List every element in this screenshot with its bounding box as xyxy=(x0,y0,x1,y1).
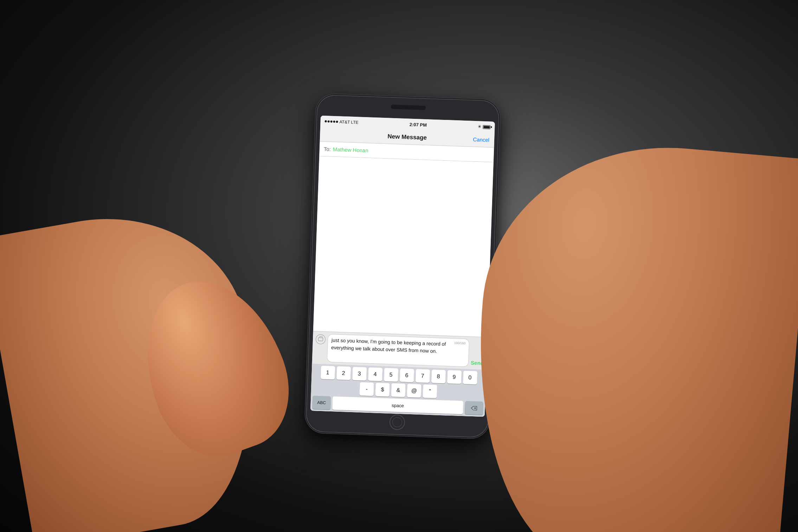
signal-dot-2 xyxy=(328,120,330,122)
key-4[interactable]: 4 xyxy=(368,367,382,381)
key-8[interactable]: 8 xyxy=(431,370,445,383)
message-text: just so you know, I'm going to be keepin… xyxy=(331,336,466,356)
signal-dot-1 xyxy=(325,120,327,122)
key-7[interactable]: 7 xyxy=(415,369,430,383)
key-6[interactable]: 6 xyxy=(399,368,414,382)
key-quote[interactable]: " xyxy=(423,384,437,398)
message-body xyxy=(313,156,494,337)
key-dollar[interactable]: $ xyxy=(375,383,390,396)
signal-dot-3 xyxy=(330,120,333,122)
phone-device: AT&T LTE 2:07 PM ✳ New Message Cancel To… xyxy=(305,94,500,438)
keyboard: 1 2 3 4 5 6 7 8 9 0 - $ xyxy=(310,364,486,417)
camera-icon xyxy=(318,337,323,341)
key-at[interactable]: @ xyxy=(407,384,421,397)
home-button-ring xyxy=(392,417,402,427)
key-abc[interactable]: ABC xyxy=(312,396,331,410)
status-left: AT&T LTE xyxy=(324,119,358,125)
key-3[interactable]: 3 xyxy=(352,367,366,380)
key-dash[interactable]: - xyxy=(359,382,374,396)
status-right: ✳ xyxy=(478,124,490,129)
key-2[interactable]: 2 xyxy=(336,366,351,380)
phone-speaker xyxy=(391,104,426,110)
char-count: 100/160 xyxy=(454,341,465,346)
phone-screen: AT&T LTE 2:07 PM ✳ New Message Cancel To… xyxy=(310,115,495,417)
recipient-name: Mathew Honan xyxy=(333,146,368,153)
compose-area: 100/160 just so you know, I'm going to b… xyxy=(310,331,488,417)
compose-row: 100/160 just so you know, I'm going to b… xyxy=(312,331,488,370)
key-0[interactable]: 0 xyxy=(463,371,477,384)
phone-wrapper: AT&T LTE 2:07 PM ✳ New Message Cancel To… xyxy=(305,94,500,438)
status-time: 2:07 PM xyxy=(410,121,427,127)
signal-dot-5 xyxy=(336,121,338,123)
cancel-button[interactable]: Cancel xyxy=(473,136,489,143)
bluetooth-icon: ✳ xyxy=(478,124,481,129)
key-9[interactable]: 9 xyxy=(447,370,461,384)
key-5[interactable]: 5 xyxy=(384,368,398,382)
signal-dots xyxy=(325,120,338,123)
battery-fill xyxy=(483,126,490,128)
key-ampersand[interactable]: & xyxy=(391,383,405,397)
battery-icon xyxy=(483,125,490,129)
key-backspace[interactable] xyxy=(465,401,483,415)
message-input[interactable]: 100/160 just so you know, I'm going to b… xyxy=(327,334,470,367)
key-space[interactable]: space xyxy=(332,396,463,414)
key-1[interactable]: 1 xyxy=(321,366,335,379)
home-button[interactable] xyxy=(389,414,405,430)
to-label: To: xyxy=(324,146,331,152)
backspace-icon xyxy=(471,405,477,410)
carrier-label: AT&T LTE xyxy=(339,119,358,125)
camera-button[interactable] xyxy=(316,334,326,344)
signal-dot-4 xyxy=(333,120,335,122)
nav-title: New Message xyxy=(387,133,427,141)
